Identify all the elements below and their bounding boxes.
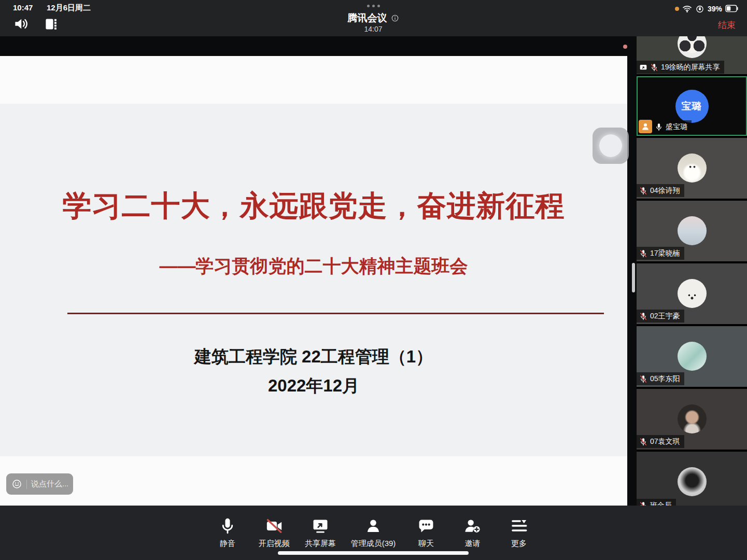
more-menu-icon bbox=[510, 517, 528, 535]
meeting-duration: 14:07 bbox=[223, 25, 524, 33]
share-screen-button[interactable]: 共享屏幕 bbox=[304, 517, 336, 549]
members-icon bbox=[364, 517, 382, 535]
camera-off-icon bbox=[265, 517, 283, 535]
host-badge-icon bbox=[639, 120, 652, 133]
slide-title: 学习二十大，永远跟党走，奋进新征程 bbox=[0, 187, 627, 226]
participant-name: 班金辰 bbox=[650, 501, 672, 506]
wifi-icon bbox=[682, 4, 692, 13]
participant-label: 班金辰 bbox=[637, 499, 676, 506]
status-bar: 10:47 12月6日周二 腾讯会议 14:07 39% 结束 bbox=[0, 0, 747, 36]
mic-muted-icon bbox=[639, 375, 647, 383]
mic-muted-icon bbox=[639, 312, 647, 320]
participant-name: 17梁晓楠 bbox=[650, 249, 680, 258]
mic-on-icon bbox=[655, 123, 663, 131]
participant-label: 04徐诗翔 bbox=[637, 184, 684, 197]
chat-input[interactable]: 说点什么... bbox=[6, 473, 73, 495]
emoji-icon[interactable] bbox=[11, 479, 22, 489]
mic-muted-icon bbox=[639, 501, 647, 506]
slide-date-line: 2022年12月 bbox=[0, 374, 627, 398]
orientation-lock-icon bbox=[695, 4, 704, 13]
grabber-dots-icon[interactable] bbox=[223, 5, 524, 7]
participant-name: 19徐旸的屏幕共享 bbox=[661, 63, 720, 72]
person-icon bbox=[641, 122, 650, 131]
meeting-app-window: 10:47 12月6日周二 腾讯会议 14:07 39% 结束 学习二十大，永远… bbox=[0, 0, 747, 560]
avatar bbox=[678, 36, 707, 58]
recording-dot bbox=[623, 45, 627, 49]
slide-subtitle: ——学习贯彻党的二十大精神主题班会 bbox=[0, 254, 627, 278]
mute-button[interactable]: 静音 bbox=[212, 517, 244, 549]
speaker-icon[interactable] bbox=[13, 16, 29, 32]
privacy-indicator-dot bbox=[675, 7, 679, 11]
participant-name: 04徐诗翔 bbox=[650, 186, 680, 195]
slide-divider-line bbox=[67, 313, 604, 314]
participant-tile[interactable]: 班金辰 bbox=[637, 452, 747, 506]
avatar bbox=[678, 404, 707, 433]
scrollbar[interactable] bbox=[632, 263, 635, 292]
participant-label: 02王宇豪 bbox=[637, 310, 684, 323]
end-meeting-button[interactable]: 结束 bbox=[718, 19, 736, 31]
slide-canvas bbox=[0, 104, 627, 456]
avatar bbox=[678, 342, 707, 371]
participant-tile[interactable]: 05李东阳 bbox=[637, 326, 747, 387]
participant-tile[interactable]: 04徐诗翔 bbox=[637, 138, 747, 199]
system-indicators: 39% bbox=[675, 4, 739, 13]
avatar bbox=[678, 153, 707, 183]
avatar: 宝璐 bbox=[675, 90, 709, 123]
participant-tile-active-speaker[interactable]: 宝璐 盛宝璐 bbox=[637, 76, 747, 136]
avatar-initials: 宝璐 bbox=[682, 100, 702, 113]
participant-name: 盛宝璐 bbox=[666, 122, 687, 132]
participant-name: 07袁文琪 bbox=[650, 437, 680, 446]
avatar bbox=[678, 279, 707, 308]
meeting-title: 腾讯会议 bbox=[348, 11, 387, 25]
manage-members-button[interactable]: 管理成员(39) bbox=[351, 517, 396, 549]
info-icon[interactable] bbox=[391, 14, 399, 22]
screen-share-icon bbox=[639, 63, 647, 72]
layout-switch-icon[interactable] bbox=[44, 17, 58, 31]
participant-label: 07袁文琪 bbox=[637, 435, 684, 448]
participant-tile[interactable]: 17梁晓楠 bbox=[637, 201, 747, 261]
participant-tile-screen-share[interactable]: 19徐旸的屏幕共享 bbox=[637, 36, 747, 74]
participant-label: 05李东阳 bbox=[637, 372, 684, 385]
mic-icon bbox=[219, 517, 236, 535]
mic-muted-icon bbox=[650, 63, 658, 72]
battery-percent: 39% bbox=[708, 5, 722, 13]
bottom-toolbar: 静音 开启视频 共享屏幕 管理成员(39) 聊天 邀请 bbox=[0, 506, 747, 560]
share-screen-icon bbox=[312, 517, 329, 535]
home-indicator[interactable] bbox=[278, 551, 469, 555]
more-button[interactable]: 更多 bbox=[503, 517, 535, 549]
chat-button[interactable]: 聊天 bbox=[410, 517, 442, 549]
participant-name: 05李东阳 bbox=[650, 374, 680, 384]
shared-screen-area: 学习二十大，永远跟党走，奋进新征程 ——学习贯彻党的二十大精神主题班会 建筑工程… bbox=[0, 36, 637, 506]
participants-sidebar: 19徐旸的屏幕共享 宝璐 盛宝璐 04徐诗翔 bbox=[637, 36, 747, 506]
clock-date: 12月6日周二 bbox=[47, 3, 91, 13]
invite-person-icon bbox=[463, 517, 481, 535]
participant-name: 02王宇豪 bbox=[650, 312, 680, 321]
chat-input-divider bbox=[26, 480, 27, 489]
clock-time: 10:47 bbox=[13, 3, 33, 12]
participant-tile[interactable]: 07袁文琪 bbox=[637, 389, 747, 450]
participant-label: 19徐旸的屏幕共享 bbox=[637, 61, 724, 74]
slide-department-line: 建筑工程学院 22工程管理（1） bbox=[0, 345, 627, 369]
battery-icon bbox=[725, 5, 739, 12]
chat-bubble-icon bbox=[417, 517, 435, 535]
mic-muted-icon bbox=[639, 438, 647, 446]
mic-muted-icon bbox=[639, 249, 647, 258]
start-video-button[interactable]: 开启视频 bbox=[258, 517, 290, 549]
assistive-touch-button[interactable] bbox=[593, 128, 629, 164]
avatar bbox=[678, 216, 707, 245]
participant-label: 17梁晓楠 bbox=[637, 247, 684, 260]
avatar bbox=[678, 467, 707, 496]
mic-muted-icon bbox=[639, 187, 647, 195]
participant-label: 盛宝璐 bbox=[652, 120, 692, 133]
invite-button[interactable]: 邀请 bbox=[456, 517, 488, 549]
participant-tile[interactable]: 02王宇豪 bbox=[637, 263, 747, 324]
chat-placeholder: 说点什么... bbox=[31, 479, 68, 489]
